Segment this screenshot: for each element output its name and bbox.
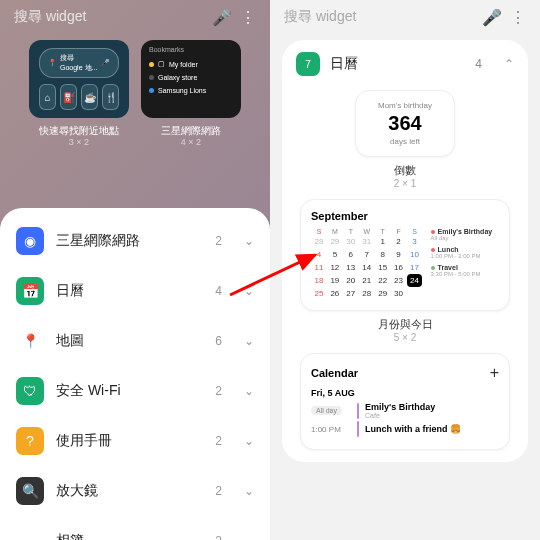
- month-today-widget[interactable]: September SMTWTFS 2829303112345678910111…: [300, 199, 510, 311]
- calendar-icon: 7: [296, 52, 320, 76]
- search-input[interactable]: 搜尋 widget: [284, 8, 474, 26]
- app-row[interactable]: 🔍 放大鏡 2 ⌄: [0, 466, 270, 516]
- app-icon: ?: [16, 427, 44, 455]
- search-input[interactable]: 搜尋 widget: [14, 8, 204, 26]
- app-icon: ◉: [16, 227, 44, 255]
- app-icon: 📍: [16, 327, 44, 355]
- more-icon[interactable]: ⋮: [510, 9, 526, 25]
- preview-bookmarks[interactable]: Bookmarks ▢My folder Galaxy store Samsun…: [141, 40, 241, 147]
- chevron-down-icon[interactable]: ⌄: [244, 334, 254, 348]
- app-list-sheet: ◉ 三星網際網路 2 ⌄📅 日曆 4 ⌄📍 地圖 6 ⌄🛡 安全 Wi-Fi 2…: [0, 208, 270, 540]
- chevron-down-icon[interactable]: ⌄: [244, 434, 254, 448]
- mic-icon[interactable]: 🎤: [484, 9, 500, 25]
- app-icon: 🛡: [16, 377, 44, 405]
- countdown-widget[interactable]: Mom's birthday 364 days left: [355, 90, 455, 157]
- app-row[interactable]: ◉ 三星網際網路 2 ⌄: [0, 216, 270, 266]
- more-icon[interactable]: ⋮: [240, 9, 256, 25]
- chevron-up-icon[interactable]: ⌃: [504, 57, 514, 71]
- chevron-down-icon[interactable]: ⌄: [244, 384, 254, 398]
- calendar-today-widget[interactable]: Calendar+ Fri, 5 AUG All dayEmily's Birt…: [300, 353, 510, 450]
- app-row[interactable]: ✦ 相簿 2 ⌄: [0, 516, 270, 540]
- chevron-down-icon[interactable]: ⌄: [244, 484, 254, 498]
- app-row[interactable]: ? 使用手冊 2 ⌄: [0, 416, 270, 466]
- app-icon: ✦: [16, 527, 44, 540]
- preview-nearby[interactable]: 📍搜尋 Google 地...🎤 ⌂⛽☕🍴 快速尋找附近地點 3 × 2: [29, 40, 129, 147]
- calendar-widget-card: 7 日曆 4 ⌃ Mom's birthday 364 days left 倒數…: [282, 40, 528, 462]
- app-icon: 🔍: [16, 477, 44, 505]
- mic-icon[interactable]: 🎤: [214, 9, 230, 25]
- chevron-down-icon[interactable]: ⌄: [244, 534, 254, 540]
- app-icon: 📅: [16, 277, 44, 305]
- chevron-down-icon[interactable]: ⌄: [244, 284, 254, 298]
- chevron-down-icon[interactable]: ⌄: [244, 234, 254, 248]
- app-row[interactable]: 📅 日曆 4 ⌄: [0, 266, 270, 316]
- add-icon[interactable]: +: [490, 364, 499, 382]
- app-row[interactable]: 📍 地圖 6 ⌄: [0, 316, 270, 366]
- widget-previews: 📍搜尋 Google 地...🎤 ⌂⛽☕🍴 快速尋找附近地點 3 × 2 Boo…: [0, 34, 270, 151]
- app-row[interactable]: 🛡 安全 Wi-Fi 2 ⌄: [0, 366, 270, 416]
